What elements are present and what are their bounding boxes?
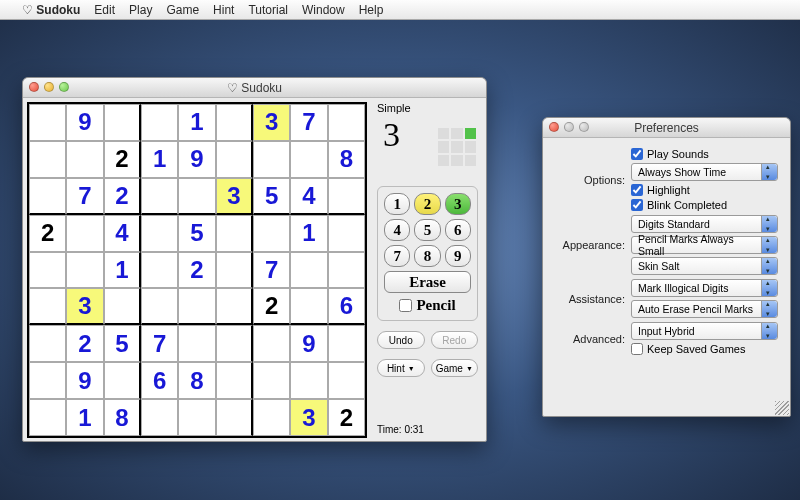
- board-cell[interactable]: [141, 252, 178, 289]
- play-sounds-checkbox[interactable]: Play Sounds: [631, 148, 778, 160]
- board-cell[interactable]: 8: [104, 399, 141, 436]
- board-cell[interactable]: [178, 399, 215, 436]
- board-cell[interactable]: 5: [104, 325, 141, 362]
- board-cell[interactable]: [29, 362, 66, 399]
- board-cell[interactable]: [328, 325, 365, 362]
- board-cell[interactable]: [29, 399, 66, 436]
- board-cell[interactable]: 3: [66, 288, 103, 325]
- board-cell[interactable]: [29, 325, 66, 362]
- board-cell[interactable]: [290, 288, 327, 325]
- auto-erase-select[interactable]: Auto Erase Pencil Marks: [631, 300, 778, 318]
- board-cell[interactable]: 2: [178, 252, 215, 289]
- board-cell[interactable]: [216, 141, 253, 178]
- board-cell[interactable]: [178, 325, 215, 362]
- board-cell[interactable]: [253, 399, 290, 436]
- zoom-icon[interactable]: [59, 82, 69, 92]
- board-cell[interactable]: 2: [104, 141, 141, 178]
- board-cell[interactable]: [328, 252, 365, 289]
- board-cell[interactable]: 1: [141, 141, 178, 178]
- board-cell[interactable]: [328, 215, 365, 252]
- undo-button[interactable]: Undo: [377, 331, 425, 349]
- menu-window[interactable]: Window: [302, 3, 345, 17]
- board-cell[interactable]: 3: [216, 178, 253, 215]
- board-cell[interactable]: 3: [290, 399, 327, 436]
- board-cell[interactable]: [216, 399, 253, 436]
- board-cell[interactable]: 7: [253, 252, 290, 289]
- board-cell[interactable]: [29, 288, 66, 325]
- board-cell[interactable]: [253, 215, 290, 252]
- board-cell[interactable]: 7: [66, 178, 103, 215]
- board-cell[interactable]: [66, 252, 103, 289]
- close-icon[interactable]: [549, 122, 559, 132]
- board-cell[interactable]: 1: [104, 252, 141, 289]
- sudoku-board[interactable]: 9137219872354245112732625799681832: [27, 102, 367, 438]
- board-cell[interactable]: 9: [66, 362, 103, 399]
- numpad-3[interactable]: 3: [445, 193, 471, 215]
- board-cell[interactable]: [290, 141, 327, 178]
- game-menu-button[interactable]: Game▼: [431, 359, 479, 377]
- board-cell[interactable]: 9: [178, 141, 215, 178]
- numpad-6[interactable]: 6: [445, 219, 471, 241]
- board-cell[interactable]: [216, 288, 253, 325]
- resize-handle-icon[interactable]: [775, 401, 789, 415]
- board-cell[interactable]: [104, 288, 141, 325]
- board-cell[interactable]: [29, 252, 66, 289]
- board-cell[interactable]: 4: [290, 178, 327, 215]
- board-cell[interactable]: 8: [328, 141, 365, 178]
- board-cell[interactable]: [328, 104, 365, 141]
- sudoku-titlebar[interactable]: ♡ Sudoku: [23, 78, 486, 98]
- board-cell[interactable]: [178, 288, 215, 325]
- board-cell[interactable]: 6: [141, 362, 178, 399]
- digits-style-select[interactable]: Digits Standard: [631, 215, 778, 233]
- board-cell[interactable]: [141, 215, 178, 252]
- menu-edit[interactable]: Edit: [94, 3, 115, 17]
- board-cell[interactable]: [253, 325, 290, 362]
- board-cell[interactable]: 7: [290, 104, 327, 141]
- numpad-9[interactable]: 9: [445, 245, 471, 267]
- numpad-4[interactable]: 4: [384, 219, 410, 241]
- board-cell[interactable]: 2: [29, 215, 66, 252]
- board-cell[interactable]: [66, 215, 103, 252]
- minimize-icon[interactable]: [44, 82, 54, 92]
- numpad-8[interactable]: 8: [414, 245, 440, 267]
- board-cell[interactable]: 1: [178, 104, 215, 141]
- board-cell[interactable]: [290, 362, 327, 399]
- board-cell[interactable]: [66, 141, 103, 178]
- board-cell[interactable]: 2: [104, 178, 141, 215]
- board-cell[interactable]: 9: [66, 104, 103, 141]
- board-cell[interactable]: 5: [253, 178, 290, 215]
- board-cell[interactable]: 1: [290, 215, 327, 252]
- board-cell[interactable]: [290, 252, 327, 289]
- board-cell[interactable]: [328, 178, 365, 215]
- app-menu[interactable]: ♡ Sudoku: [22, 3, 80, 17]
- board-cell[interactable]: 6: [328, 288, 365, 325]
- board-cell[interactable]: [328, 362, 365, 399]
- keep-saved-games-checkbox[interactable]: Keep Saved Games: [631, 343, 778, 355]
- board-cell[interactable]: 5: [178, 215, 215, 252]
- board-cell[interactable]: [216, 104, 253, 141]
- board-cell[interactable]: 9: [290, 325, 327, 362]
- menu-help[interactable]: Help: [359, 3, 384, 17]
- skin-select[interactable]: Skin Salt: [631, 257, 778, 275]
- board-cell[interactable]: [104, 362, 141, 399]
- preferences-titlebar[interactable]: Preferences: [543, 118, 790, 138]
- board-cell[interactable]: [253, 362, 290, 399]
- board-cell[interactable]: [29, 104, 66, 141]
- time-display-select[interactable]: Always Show Time: [631, 163, 778, 181]
- menu-hint[interactable]: Hint: [213, 3, 234, 17]
- illogical-digits-select[interactable]: Mark Illogical Digits: [631, 279, 778, 297]
- numpad-5[interactable]: 5: [414, 219, 440, 241]
- board-cell[interactable]: [216, 215, 253, 252]
- close-icon[interactable]: [29, 82, 39, 92]
- hint-menu-button[interactable]: Hint▼: [377, 359, 425, 377]
- erase-button[interactable]: Erase: [384, 271, 471, 293]
- board-cell[interactable]: [216, 325, 253, 362]
- board-cell[interactable]: 8: [178, 362, 215, 399]
- board-cell[interactable]: [104, 104, 141, 141]
- board-cell[interactable]: [141, 178, 178, 215]
- numpad-2[interactable]: 2: [414, 193, 440, 215]
- board-cell[interactable]: [29, 141, 66, 178]
- board-cell[interactable]: 7: [141, 325, 178, 362]
- board-cell[interactable]: [216, 362, 253, 399]
- board-cell[interactable]: 2: [328, 399, 365, 436]
